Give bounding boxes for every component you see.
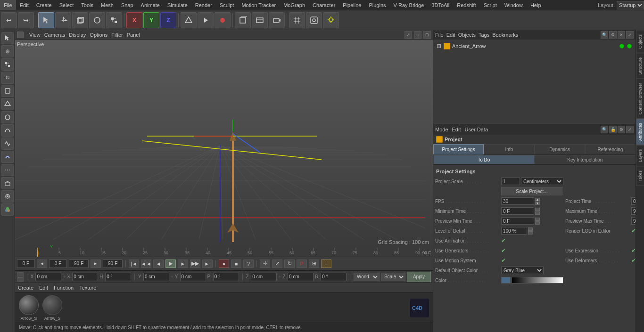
om-expand-icon[interactable]: ⤢ bbox=[626, 31, 634, 39]
coord-z-pos[interactable] bbox=[251, 273, 277, 281]
current-frame-input[interactable] bbox=[17, 259, 35, 268]
om-menu-bookmarks[interactable]: Bookmarks bbox=[492, 32, 518, 38]
viewport-ctrl-2[interactable]: ↔ bbox=[414, 31, 421, 39]
attr-scale-project-button[interactable]: Scale Project... bbox=[501, 187, 562, 195]
viewport-menu-display[interactable]: Display bbox=[69, 32, 86, 38]
x-axis-button[interactable]: X bbox=[126, 12, 142, 28]
grid-button[interactable] bbox=[289, 12, 305, 28]
menu-create[interactable]: Create bbox=[33, 0, 56, 10]
coord-y-pos[interactable] bbox=[143, 273, 169, 281]
world-select[interactable]: World Local Object bbox=[354, 273, 380, 281]
sidebar-scale-btn[interactable] bbox=[1, 58, 14, 71]
rotate-tool-button[interactable] bbox=[89, 12, 105, 28]
attr-input-fps[interactable] bbox=[501, 197, 534, 205]
right-tab-content-browser[interactable]: Content Browser bbox=[636, 79, 644, 119]
right-tab-attributes[interactable]: Attributes bbox=[636, 119, 644, 145]
menu-help[interactable]: Help bbox=[527, 0, 545, 10]
menu-motion-tracker[interactable]: Motion Tracker bbox=[238, 0, 280, 10]
coord-z-size[interactable] bbox=[288, 273, 314, 281]
undo-button[interactable]: ↩ bbox=[1, 12, 17, 28]
om-menu-tags[interactable]: Tags bbox=[479, 32, 489, 38]
end-frame-input-2[interactable] bbox=[103, 259, 123, 268]
coord-y-size[interactable] bbox=[180, 273, 206, 281]
attr-input-proj-time[interactable] bbox=[631, 197, 636, 205]
tl-grid-view[interactable]: ⊞ bbox=[309, 259, 319, 268]
menu-animate[interactable]: Animate bbox=[137, 0, 164, 10]
perspective-button[interactable] bbox=[235, 12, 251, 28]
attr-menu-edit[interactable]: Edit bbox=[452, 127, 461, 132]
start-frame-input[interactable] bbox=[49, 259, 67, 268]
attr-color-swatch[interactable] bbox=[501, 277, 511, 283]
attr-input-preview-min[interactable] bbox=[501, 217, 534, 225]
scale-tool-button[interactable] bbox=[106, 12, 122, 28]
create-poly-button[interactable] bbox=[181, 12, 197, 28]
play-button[interactable] bbox=[198, 12, 214, 28]
menu-character[interactable]: Character bbox=[309, 0, 339, 10]
menu-edit[interactable]: Edit bbox=[16, 0, 33, 10]
sidebar-rotate-btn[interactable]: ↻ bbox=[1, 72, 14, 84]
coord-h-val[interactable] bbox=[105, 273, 131, 281]
om-menu-file[interactable]: File bbox=[435, 32, 444, 38]
min-time-down[interactable] bbox=[535, 211, 540, 215]
sidebar-spline-btn[interactable] bbox=[1, 124, 14, 137]
attr-input-lod[interactable] bbox=[501, 227, 527, 235]
attr-lock-icon[interactable]: 🔒 bbox=[609, 126, 617, 133]
om-menu-objects[interactable]: Objects bbox=[458, 32, 476, 38]
om-close-icon[interactable]: ✕ bbox=[618, 31, 625, 39]
sidebar-obj2-btn[interactable] bbox=[1, 98, 14, 110]
display-button[interactable] bbox=[306, 12, 322, 28]
attr-select-obj-color[interactable]: Gray-Blue Red Green bbox=[501, 267, 544, 274]
tl-record-2[interactable]: P bbox=[297, 259, 307, 268]
attr-settings-icon[interactable]: ⚙ bbox=[618, 126, 625, 133]
tl-last-frame[interactable]: ►| bbox=[202, 259, 213, 268]
menu-file[interactable]: File bbox=[0, 0, 16, 10]
attr-search-icon[interactable]: 🔍 bbox=[601, 126, 608, 133]
om-item-ancient-arrow[interactable]: Ancient_Arrow bbox=[435, 41, 634, 51]
menu-script[interactable]: Script bbox=[480, 0, 501, 10]
tl-record[interactable]: ● bbox=[219, 259, 229, 268]
move-tool-button[interactable]: ✛ bbox=[55, 12, 71, 28]
attr-input-min-time[interactable] bbox=[501, 207, 534, 215]
sidebar-select-btn[interactable] bbox=[1, 32, 14, 44]
right-tab-structure[interactable]: Structure bbox=[636, 53, 644, 79]
preview-min-up[interactable] bbox=[535, 218, 540, 221]
coord-x-pos[interactable] bbox=[35, 273, 61, 281]
right-tab-layers[interactable]: Layers bbox=[636, 145, 644, 166]
menu-sculpt[interactable]: Sculpt bbox=[216, 0, 238, 10]
menu-render[interactable]: Render bbox=[191, 0, 216, 10]
om-visibility-dot[interactable] bbox=[619, 44, 624, 49]
layout-select[interactable]: Startup bbox=[617, 1, 644, 9]
frame-button[interactable] bbox=[252, 12, 268, 28]
sidebar-move-btn[interactable]: ⊕ bbox=[1, 45, 14, 57]
tl-expand[interactable]: ≡ bbox=[321, 259, 331, 268]
cube-tool-button[interactable] bbox=[72, 12, 88, 28]
sidebar-nurbs-btn[interactable] bbox=[1, 138, 14, 150]
menu-vray[interactable]: V-Ray Bridge bbox=[390, 0, 428, 10]
apply-button[interactable]: Apply bbox=[407, 272, 431, 282]
tl-arrow-right[interactable]: ▸ bbox=[91, 259, 101, 268]
attr-tab2-key-interp[interactable]: Key Interpolation bbox=[535, 155, 636, 164]
attr-menu-userdata[interactable]: User Data bbox=[465, 127, 488, 132]
coord-p-val[interactable] bbox=[213, 273, 239, 281]
coord-icon[interactable]: — bbox=[17, 272, 24, 282]
material-menu-create[interactable]: Create bbox=[18, 285, 33, 291]
select-tool-button[interactable] bbox=[38, 12, 54, 28]
attr-input-preview-max[interactable] bbox=[631, 217, 636, 225]
material-item-1[interactable]: Arrow_S bbox=[19, 295, 39, 321]
attr-input-scale[interactable] bbox=[501, 178, 520, 185]
viewport-menu-cameras[interactable]: Cameras bbox=[44, 32, 66, 38]
tl-next-1[interactable]: ► bbox=[178, 259, 188, 268]
viewport-menu-options[interactable]: Options bbox=[90, 32, 107, 38]
menu-select[interactable]: Select bbox=[56, 0, 78, 10]
tl-play[interactable]: ▶ bbox=[165, 259, 176, 268]
attr-select-unit[interactable]: Centimeters Meters Inches bbox=[521, 178, 563, 185]
material-menu-texture[interactable]: Texture bbox=[79, 285, 96, 291]
menu-simulate[interactable]: Simulate bbox=[164, 0, 191, 10]
min-time-up[interactable] bbox=[535, 208, 540, 211]
viewport-menu-filter[interactable]: Filter bbox=[111, 32, 123, 38]
om-menu-edit[interactable]: Edit bbox=[446, 32, 455, 38]
om-settings-icon[interactable]: ⚙ bbox=[609, 31, 617, 39]
sidebar-scene-btn[interactable] bbox=[1, 177, 14, 189]
menu-mesh[interactable]: Mesh bbox=[97, 0, 117, 10]
viewport-menu-panel[interactable]: Panel bbox=[127, 32, 140, 38]
